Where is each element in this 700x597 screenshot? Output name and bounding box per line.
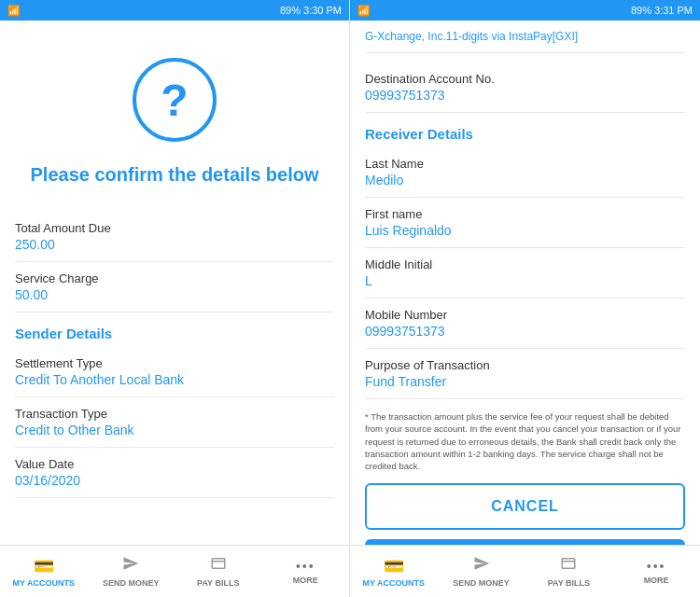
settlement-type-label: Settlement Type bbox=[15, 356, 334, 370]
send-money-label: SEND MONEY bbox=[103, 578, 160, 588]
mobile-number-value: 09993751373 bbox=[365, 324, 685, 339]
service-charge-row: Service Charge 50.00 bbox=[15, 262, 334, 312]
right-status-left: 📶 bbox=[357, 5, 371, 17]
right-top-text: G-Xchange, Inc.11-digits via InstaPay[GX… bbox=[365, 30, 685, 53]
right-time: 3:31 PM bbox=[654, 5, 693, 16]
transaction-type-label: Transaction Type bbox=[15, 407, 334, 421]
more-icon: ••• bbox=[296, 559, 315, 574]
first-name-value: Luis Reginaldo bbox=[365, 223, 685, 238]
right-more-label: MORE bbox=[644, 576, 669, 585]
more-label: MORE bbox=[293, 576, 318, 585]
right-nav-send-money[interactable]: SEND MONEY bbox=[438, 555, 525, 588]
question-icon-wrapper: ? bbox=[15, 58, 334, 142]
last-name-row: Last Name Medilo bbox=[365, 147, 685, 198]
total-amount-row: Total Amount Due 250.00 bbox=[15, 212, 334, 262]
send-money-icon bbox=[122, 555, 139, 576]
left-panel: 📶 89% 3:30 PM ? Please confirm the detai… bbox=[0, 0, 350, 597]
purpose-row: Purpose of Transaction Fund Transfer bbox=[365, 349, 685, 399]
mobile-number-row: Mobile Number 09993751373 bbox=[365, 298, 685, 349]
dest-account-row: Destination Account No. 09993751373 bbox=[365, 62, 685, 113]
settlement-type-value: Credit To Another Local Bank bbox=[15, 372, 334, 387]
question-mark: ? bbox=[161, 75, 188, 126]
right-status-bar: 📶 89% 3:31 PM bbox=[350, 0, 700, 21]
left-time: 3:30 PM bbox=[303, 5, 342, 16]
right-pay-bills-label: PAY BILLS bbox=[548, 578, 590, 588]
right-my-accounts-label: MY ACCOUNTS bbox=[363, 578, 426, 588]
transaction-type-value: Credit to Other Bank bbox=[15, 423, 334, 437]
left-signal-icon: 📶 bbox=[7, 5, 21, 17]
settlement-type-row: Settlement Type Credit To Another Local … bbox=[15, 347, 334, 397]
left-bottom-nav: 💳 MY ACCOUNTS SEND MONEY PAY BILLS ••• M… bbox=[0, 545, 349, 597]
value-date-value: 03/16/2020 bbox=[15, 473, 334, 488]
service-charge-label: Service Charge bbox=[15, 271, 334, 285]
total-amount-label: Total Amount Due bbox=[15, 221, 334, 235]
first-name-row: First name Luis Reginaldo bbox=[365, 198, 685, 248]
receiver-details-title: Receiver Details bbox=[365, 126, 685, 142]
left-nav-pay-bills[interactable]: PAY BILLS bbox=[175, 555, 262, 588]
dest-account-value: 09993751373 bbox=[365, 88, 685, 103]
right-bottom-nav: 💳 MY ACCOUNTS SEND MONEY PAY BILLS ••• M… bbox=[350, 545, 700, 597]
right-pay-bills-icon bbox=[560, 555, 577, 576]
first-name-label: First name bbox=[365, 207, 685, 221]
confirm-title: Please confirm the details below bbox=[15, 164, 334, 186]
middle-initial-row: Middle Initial L bbox=[365, 248, 685, 298]
left-nav-more[interactable]: ••• MORE bbox=[262, 559, 350, 585]
right-battery: 89% bbox=[631, 5, 651, 16]
right-nav-more[interactable]: ••• MORE bbox=[612, 559, 700, 585]
right-status-right: 89% 3:31 PM bbox=[631, 5, 693, 16]
left-battery: 89% bbox=[280, 5, 301, 16]
my-accounts-icon: 💳 bbox=[34, 556, 54, 576]
right-nav-pay-bills[interactable]: PAY BILLS bbox=[525, 555, 613, 588]
right-panel: 📶 89% 3:31 PM G-Xchange, Inc.11-digits v… bbox=[350, 0, 700, 597]
total-amount-value: 250.00 bbox=[15, 237, 334, 252]
right-send-money-label: SEND MONEY bbox=[453, 578, 510, 588]
purpose-label: Purpose of Transaction bbox=[365, 358, 685, 372]
service-charge-value: 50.00 bbox=[15, 287, 334, 302]
right-more-icon: ••• bbox=[647, 559, 666, 574]
left-status-right: 89% 3:30 PM bbox=[280, 5, 342, 16]
left-content: ? Please confirm the details below Total… bbox=[0, 21, 349, 545]
purpose-value: Fund Transfer bbox=[365, 374, 685, 389]
middle-initial-value: L bbox=[365, 273, 685, 288]
sender-details-title: Sender Details bbox=[15, 326, 334, 341]
value-date-row: Value Date 03/16/2020 bbox=[15, 448, 334, 498]
left-status-bar: 📶 89% 3:30 PM bbox=[0, 0, 349, 21]
right-nav-my-accounts[interactable]: 💳 MY ACCOUNTS bbox=[350, 556, 438, 588]
my-accounts-label: MY ACCOUNTS bbox=[12, 578, 75, 588]
right-content: G-Xchange, Inc.11-digits via InstaPay[GX… bbox=[350, 21, 700, 545]
right-send-money-icon bbox=[473, 555, 490, 576]
middle-initial-label: Middle Initial bbox=[365, 257, 685, 271]
right-my-accounts-icon: 💳 bbox=[384, 556, 404, 576]
left-nav-my-accounts[interactable]: 💳 MY ACCOUNTS bbox=[0, 556, 88, 588]
dest-account-label: Destination Account No. bbox=[365, 72, 685, 86]
pay-bills-icon bbox=[210, 555, 227, 576]
value-date-label: Value Date bbox=[15, 457, 334, 471]
cancel-button[interactable]: CANCEL bbox=[365, 483, 685, 530]
question-circle-icon: ? bbox=[133, 58, 217, 142]
transaction-type-row: Transaction Type Credit to Other Bank bbox=[15, 397, 334, 448]
pay-bills-label: PAY BILLS bbox=[197, 578, 239, 588]
last-name-label: Last Name bbox=[365, 157, 685, 171]
left-status-left: 📶 bbox=[7, 5, 21, 17]
disclaimer-text: * The transaction amount plus the servic… bbox=[365, 410, 685, 472]
left-nav-send-money[interactable]: SEND MONEY bbox=[88, 555, 175, 588]
mobile-number-label: Mobile Number bbox=[365, 308, 685, 322]
last-name-value: Medilo bbox=[365, 173, 685, 187]
right-signal-icon: 📶 bbox=[357, 5, 371, 17]
